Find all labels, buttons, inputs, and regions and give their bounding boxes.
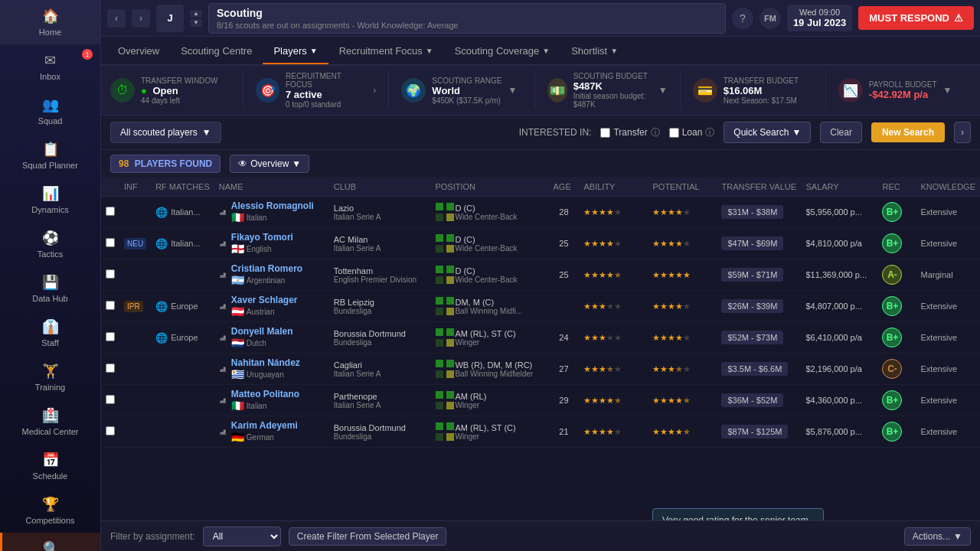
view-filter-dropdown[interactable]: All scouted players ▼ (110, 122, 221, 143)
row-checkbox[interactable] (106, 395, 115, 404)
sidebar-item-medical[interactable]: 🏥 Medical Center (0, 399, 100, 444)
row-checkbox[interactable] (106, 364, 115, 373)
club-name[interactable]: Borussia Dortmund (334, 423, 426, 432)
row-checkbox-cell[interactable] (101, 385, 119, 416)
player-name[interactable]: Alessio Romagnoli (231, 201, 314, 211)
sidebar-item-staff[interactable]: 👔 Staff (0, 311, 100, 355)
col-header-potential[interactable]: POTENTIAL (648, 178, 717, 197)
nav-forward-button[interactable]: › (132, 9, 150, 28)
recruitment-arrow[interactable]: › (373, 85, 376, 96)
scouting-budget-arrow[interactable]: ▼ (658, 85, 668, 96)
player-name[interactable]: Matteo Politano (231, 389, 299, 399)
sidebar-item-schedule[interactable]: 📅 Schedule (0, 444, 100, 488)
col-header-name[interactable]: NAME (214, 178, 329, 197)
sidebar-item-competitions[interactable]: 🏆 Competitions (0, 488, 100, 533)
row-checkbox[interactable] (106, 207, 115, 216)
row-checkbox-cell[interactable] (101, 291, 119, 322)
tab-overview[interactable]: Overview (107, 39, 170, 63)
nav-back-button[interactable]: ‹ (107, 9, 126, 28)
club-down-button[interactable]: ▼ (190, 19, 202, 27)
sidebar-item-scouting[interactable]: 🔍 Scouting (0, 533, 100, 551)
stat-transfer-window[interactable]: ⏱ TRANSFER WINDOW ● Open 44 days left (110, 72, 243, 109)
transfer-checkbox[interactable] (600, 128, 610, 138)
club-name[interactable]: RB Leipzig (334, 298, 426, 307)
club-name[interactable]: AC Milan (334, 235, 426, 244)
loan-checkbox[interactable] (669, 128, 679, 138)
club-name[interactable]: Parthenope (334, 392, 426, 401)
row-checkbox-cell[interactable] (101, 197, 119, 228)
club-up-button[interactable]: ▲ (190, 10, 202, 18)
sidebar-item-squad[interactable]: 👥 Squad (0, 89, 100, 133)
player-name[interactable]: Karim Adeyemi (231, 420, 298, 431)
tab-coverage[interactable]: Scouting Coverage ▼ (444, 39, 560, 63)
player-name[interactable]: Xaver Schlager (231, 295, 298, 305)
quick-search-button[interactable]: Quick Search ▼ (724, 122, 811, 143)
row-checkbox-cell[interactable] (101, 322, 119, 354)
player-name[interactable]: Cristian Romero (231, 263, 302, 274)
position-main: D (C) (455, 204, 517, 213)
club-name[interactable]: Tottenham (334, 266, 426, 276)
sidebar-item-home[interactable]: 🏠 Home (0, 0, 100, 44)
col-header-age[interactable]: AGE (548, 178, 579, 197)
players-table: INF RF MATCHES NAME CLUB POSITION AGE AB… (101, 178, 980, 448)
player-name[interactable]: Nahitan Nández (231, 357, 300, 368)
tab-players[interactable]: Players ▼ (263, 39, 328, 64)
club-name[interactable]: Cagliari (334, 360, 426, 370)
club-name[interactable]: Borussia Dortmund (334, 329, 426, 338)
more-options-button[interactable]: › (954, 122, 971, 143)
row-checkbox-cell[interactable] (101, 416, 119, 448)
must-respond-button[interactable]: MUST RESPOND ⚠ (858, 6, 974, 30)
stat-scouting-range[interactable]: 🌍 SCOUTING RANGE World $450K ($37.5K p/m… (389, 72, 534, 109)
sidebar-item-squad-planner[interactable]: 📋 Squad Planner (0, 133, 100, 178)
loan-checkbox-wrap[interactable]: Loan ⓘ (669, 126, 715, 139)
sidebar-item-training[interactable]: 🏋 Training (0, 355, 100, 399)
stat-payroll-budget[interactable]: 📉 PAYROLL BUDGET -$42.92M p/a ▼ (826, 72, 971, 109)
player-name[interactable]: Fikayo Tomori (231, 232, 293, 243)
row-checkbox[interactable] (106, 332, 115, 341)
player-name[interactable]: Donyell Malen (231, 326, 293, 337)
stat-scouting-budget[interactable]: 💵 SCOUTING BUDGET $487K Initial season b… (535, 72, 681, 109)
col-header-knowledge[interactable]: KNOWLEDGE (916, 178, 980, 197)
sidebar-item-inbox[interactable]: ✉ Inbox 1 (0, 44, 100, 89)
row-checkbox-cell[interactable] (101, 228, 119, 259)
fm-icon[interactable]: FM (760, 8, 781, 29)
sidebar-item-tactics[interactable]: ⚽ Tactics (0, 222, 100, 266)
create-filter-button[interactable]: Create Filter From Selected Player (289, 527, 447, 546)
help-icon[interactable]: ? (732, 8, 753, 29)
clear-button[interactable]: Clear (820, 122, 862, 143)
col-header-club[interactable]: CLUB (329, 178, 431, 197)
row-checkbox[interactable] (106, 269, 115, 279)
col-header-rec[interactable]: REC (877, 178, 916, 197)
col-header-salary[interactable]: SALARY (801, 178, 877, 197)
sidebar-item-dynamics[interactable]: 📊 Dynamics (0, 178, 100, 222)
row-checkbox-cell[interactable] (101, 259, 119, 291)
new-search-button[interactable]: New Search (871, 122, 945, 142)
stat-recruitment[interactable]: 🎯 RECRUITMENT FOCUS 7 active 0 top/0 sta… (243, 72, 389, 109)
tab-scouting-centre[interactable]: Scouting Centre (170, 39, 263, 63)
payroll-budget-arrow[interactable]: ▼ (943, 85, 952, 96)
assignment-filter-select[interactable]: All Assigned Unassigned (203, 527, 281, 546)
tab-shortlist[interactable]: Shortlist ▼ (560, 39, 629, 63)
col-header-rf[interactable]: RF MATCHES (151, 178, 214, 197)
tab-recruitment[interactable]: Recruitment Focus ▼ (328, 39, 444, 63)
overview-label: Overview (250, 158, 289, 169)
stat-transfer-budget[interactable]: 💳 TRANSFER BUDGET $16.06M Next Season: $… (681, 72, 826, 109)
row-checkbox-cell[interactable] (101, 354, 119, 385)
sidebar-item-data-hub[interactable]: 💾 Data Hub (0, 266, 100, 311)
overview-view-button[interactable]: 👁 Overview ▼ (230, 155, 309, 173)
transfer-range: $36M - $52M (721, 393, 783, 407)
scouting-range-arrow[interactable]: ▼ (508, 85, 517, 96)
table-row: 🌐 Europe ⛸ Donyell Malen 🇳🇱 Dutch Boruss… (101, 322, 980, 354)
col-header-inf[interactable]: INF (119, 178, 151, 197)
row-checkbox[interactable] (106, 426, 115, 435)
transfer-checkbox-wrap[interactable]: Transfer ⓘ (600, 126, 659, 139)
club-name[interactable]: Lazio (334, 204, 426, 213)
row-checkbox[interactable] (106, 238, 115, 247)
col-header-ability[interactable]: ABILITY (579, 178, 648, 197)
col-header-transfer[interactable]: TRANSFER VALUE (717, 178, 801, 197)
row-checkbox[interactable] (106, 301, 115, 310)
payroll-budget-label: PAYROLL BUDGET (869, 80, 937, 89)
col-header-position[interactable]: POSITION (430, 178, 548, 197)
actions-button[interactable]: Actions... ▼ (904, 527, 971, 546)
tactics-icon: ⚽ (42, 230, 59, 246)
